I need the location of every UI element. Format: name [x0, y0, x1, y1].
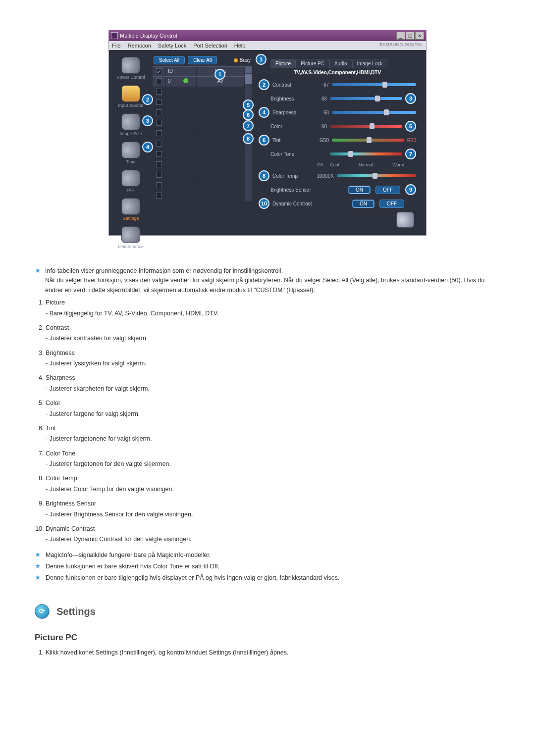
color-tone-slider[interactable]	[330, 152, 402, 155]
row-checkbox[interactable]	[156, 120, 162, 126]
callout-10r: 10	[259, 198, 269, 209]
callout-8: 8	[243, 133, 254, 144]
input-source-icon	[121, 85, 140, 102]
color-slider[interactable]	[330, 125, 402, 128]
menu-remocon[interactable]: Remocon	[128, 43, 151, 49]
step-text: Klikk hovedikonet Settings (Innstillinge…	[46, 648, 500, 657]
dynamic-contrast-off[interactable]: OFF	[379, 200, 404, 208]
tab-audio[interactable]: Audio	[329, 59, 352, 68]
brand-label: SAMSUNG DIGITAL	[379, 42, 423, 47]
contrast-slider[interactable]	[332, 83, 416, 86]
note-text: Denne funksjonen er bare aktivert hvis C…	[46, 562, 219, 571]
display-list	[153, 87, 245, 201]
brightness-slider[interactable]	[330, 97, 402, 100]
row-checkbox[interactable]	[156, 151, 162, 157]
tint-slider[interactable]	[332, 139, 404, 142]
callout-3-side: 3	[142, 115, 153, 126]
app-icon	[111, 32, 118, 39]
subsection-heading: Picture PC	[35, 631, 500, 644]
sidebar-item-input-source[interactable]: Input Source 2	[111, 85, 150, 108]
close-button[interactable]: ×	[415, 32, 424, 40]
row-checkbox[interactable]	[156, 99, 162, 105]
callout-2-side: 2	[142, 94, 153, 105]
numbered-list: Picture - Bare tilgjengelig for TV, AV, …	[35, 298, 500, 545]
dynamic-contrast-label: Dynamic Contrast	[272, 201, 322, 206]
busy-label: Busy	[240, 57, 251, 63]
sidebar-label: Maintenance	[118, 244, 144, 249]
sidebar-item-pip[interactable]: PIP	[111, 170, 150, 193]
settings-section-icon: ⟳	[35, 604, 50, 619]
row-checkbox[interactable]	[156, 109, 162, 115]
clear-all-button[interactable]: Clear All	[188, 56, 217, 64]
tab-picture-pc[interactable]: Picture PC	[296, 59, 329, 68]
maximize-button[interactable]: □	[406, 32, 415, 40]
color-temp-slider[interactable]	[337, 174, 416, 177]
row-checkbox[interactable]	[156, 78, 162, 84]
color-value: 60	[310, 124, 327, 129]
section-title: Settings	[56, 604, 96, 619]
sidebar-item-time[interactable]: Time 4	[111, 142, 150, 165]
callout-4-side: 4	[142, 142, 153, 152]
color-label: Color	[270, 124, 307, 129]
callout-5: 5	[243, 100, 254, 110]
tone-normal: Normal	[342, 162, 389, 167]
sidebar-item-settings[interactable]: Settings	[111, 198, 150, 221]
star-icon: ★	[35, 266, 41, 295]
scroll-up-icon[interactable]	[245, 66, 252, 73]
busy-icon	[234, 58, 238, 62]
color-temp-label: Color Temp	[272, 173, 309, 179]
minimize-button[interactable]: _	[396, 32, 405, 40]
header-checkbox-icon	[156, 68, 162, 74]
menubar: File Remocon Safety Lock Port Selection …	[109, 41, 426, 50]
row-checkbox[interactable]	[156, 172, 162, 178]
brightness-value: 68	[310, 96, 327, 101]
dynamic-contrast-on[interactable]: ON	[352, 200, 374, 208]
callout-6: 6	[243, 109, 254, 120]
row-checkbox[interactable]	[156, 161, 162, 167]
settings-icon	[121, 198, 140, 215]
item-title: Sharpness	[46, 374, 75, 381]
menu-port-selection[interactable]: Port Selection	[193, 43, 227, 49]
item-title: Color	[46, 400, 60, 406]
tone-warm: Warm	[392, 162, 404, 167]
display-list-panel: Select All Clear All Busy ID	[153, 54, 252, 230]
row-checkbox[interactable]	[156, 193, 162, 199]
note-text: Denne funksjonen er bare tilgjengelig hv…	[46, 573, 339, 583]
select-all-button[interactable]: Select All	[154, 56, 185, 64]
item-desc: - Justerer fargene for valgt skjerm.	[46, 409, 500, 419]
col-status	[181, 67, 197, 76]
menu-file[interactable]: File	[112, 43, 121, 49]
row-checkbox[interactable]	[156, 89, 162, 95]
notes-region: ★ Info-tabellen viser grunnleggende info…	[35, 265, 500, 657]
sharpness-slider[interactable]	[332, 111, 416, 114]
sidebar-item-image-size[interactable]: Image Size 3	[111, 113, 150, 137]
sidebar-label: Image Size	[119, 131, 142, 136]
row-checkbox[interactable]	[156, 141, 162, 147]
tab-image-lock[interactable]: Image Lock	[352, 59, 388, 68]
tint-left: G50	[312, 138, 329, 143]
scroll-thumb[interactable]	[245, 74, 252, 84]
color-temp-value: 10000K	[312, 173, 334, 179]
item-title: Tint	[46, 425, 55, 432]
row-checkbox[interactable]	[156, 182, 162, 188]
menu-help[interactable]: Help	[234, 43, 246, 49]
brightness-label: Brightness	[270, 96, 307, 101]
col-checkbox	[153, 67, 166, 76]
image-size-icon	[121, 113, 140, 130]
menu-safety-lock[interactable]: Safety Lock	[158, 43, 186, 49]
tab-picture[interactable]: Picture	[270, 59, 296, 68]
star-icon: ★	[35, 551, 42, 560]
sidebar-label: Power Control	[116, 75, 145, 80]
callout-1: 1	[214, 69, 225, 80]
note-text: MagicInfo—signalkilde fungerer bare på M…	[46, 551, 211, 560]
row-checkbox[interactable]	[156, 130, 162, 136]
brightness-sensor-off[interactable]: OFF	[375, 186, 400, 194]
brightness-sensor-on[interactable]: ON	[348, 186, 371, 194]
tone-cool: Cool	[330, 162, 339, 167]
item-desc: - Justerer lysstyrken for valgt skjerm.	[46, 359, 500, 368]
contrast-label: Contrast	[272, 82, 309, 88]
sidebar-item-power-control[interactable]: Power Control	[111, 57, 150, 80]
sidebar-item-maintenance[interactable]: Maintenance	[111, 226, 150, 250]
input-note: TV,AV,S-Video,Component,HDMI,DTV	[255, 68, 420, 77]
note-text: Når du velger hver funksjon, vises den v…	[45, 276, 500, 295]
